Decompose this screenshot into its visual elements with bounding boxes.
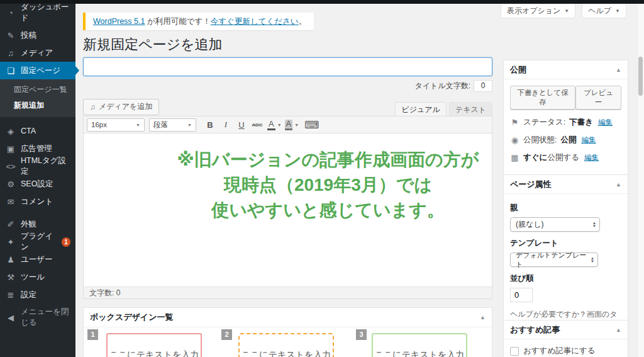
admin-sidebar: ◔ ダッシュボード ✎ 投稿 ♫ メディア ❏ 固定ページ 固定ページ一覧 新規… — [0, 4, 75, 357]
collapse-menu-icon: ◀ — [5, 313, 16, 322]
pages-icon: ❏ — [5, 66, 16, 76]
paragraph-format-select[interactable]: 段落 ▼ — [149, 118, 196, 132]
edit-visibility-link[interactable]: 編集 — [581, 135, 596, 145]
sidebar-item-label: 設定 — [21, 290, 36, 300]
help-button[interactable]: ヘルプ ▼ — [582, 4, 626, 18]
background-color-button[interactable]: A ▼ — [285, 120, 299, 130]
sidebar-item-appearance[interactable]: ✐ 外観 — [0, 215, 75, 233]
publish-panel-title: 公開 — [510, 64, 526, 76]
collapse-toggle-icon[interactable]: ▲ — [616, 67, 621, 73]
sidebar-item-pages-list[interactable]: 固定ページ一覧 — [0, 82, 75, 98]
html-tag-icon: <> — [5, 162, 16, 171]
sidebar-item-dashboard[interactable]: ◔ ダッシュボード — [0, 4, 75, 21]
font-size-select[interactable]: 16px ▼ — [87, 118, 145, 132]
strikethrough-button[interactable]: ABC — [250, 118, 264, 132]
save-draft-button[interactable]: 下書きとして保存 — [510, 86, 575, 110]
underline-button[interactable]: U — [235, 118, 248, 132]
tab-text[interactable]: テキスト — [449, 102, 492, 117]
sidebar-item-posts[interactable]: ✎ 投稿 — [0, 26, 75, 44]
help-label: ヘルプ — [588, 6, 611, 16]
content-editor: 16px ▼ 段落 ▼ B I U ABC A ▼ A ▼ ⌨ ※旧バージョンの… — [83, 116, 492, 299]
editor-content-area[interactable]: ※旧バージョンの記事作成画面の方が 現時点（2019年3月）では 使いやすいと感… — [84, 133, 492, 286]
page-scrollbar[interactable] — [637, 4, 644, 357]
collapse-toggle-icon[interactable]: ▲ — [616, 181, 621, 188]
editor-green-text: ※旧バージョンの記事作成画面の方が 現時点（2019年3月）では 使いやすいと感… — [164, 147, 492, 223]
calendar-icon: ▦ — [510, 153, 519, 162]
sidebar-item-settings[interactable]: ≣ 設定 — [0, 286, 75, 303]
sidebar-item-label: ダッシュボード — [21, 2, 70, 23]
featured-panel-header[interactable]: おすすめ記事 ▲ — [504, 320, 628, 339]
featured-checkbox[interactable] — [510, 347, 519, 356]
sidebar-item-label: ツール — [21, 272, 45, 283]
sidebar-item-html-tag[interactable]: <> HTMLタグ設定 — [0, 157, 75, 175]
sidebar-item-users[interactable]: ♟ ユーザー — [0, 251, 75, 268]
page-attributes-header[interactable]: ページ属性 ▲ — [504, 175, 628, 194]
eye-icon: ◉ — [510, 135, 519, 145]
box-number-badge: 3 — [356, 329, 367, 340]
post-title-input[interactable] — [83, 57, 492, 76]
design-box-2[interactable]: ここにテキストを入力 — [238, 333, 334, 357]
visibility-value: 公開 — [560, 135, 576, 145]
posts-icon: ✎ — [5, 31, 16, 40]
visibility-row: ◉ 公開状態: 公開 編集 — [510, 135, 621, 145]
box-design-panel-header[interactable]: ボックスデザイン一覧 ▲ — [84, 308, 492, 327]
edit-status-link[interactable]: 編集 — [598, 118, 613, 127]
preview-button[interactable]: プレビュー — [575, 86, 621, 110]
sidebar-item-collapse-menu[interactable]: ◀ メニューを閉じる — [0, 309, 75, 326]
sidebar-item-pages[interactable]: ❏ 固定ページ — [0, 62, 75, 79]
sidebar-item-plugins[interactable]: ✦ プラグイン 1 — [0, 233, 75, 251]
order-input[interactable] — [510, 288, 533, 302]
collapse-toggle-icon[interactable]: ▲ — [480, 314, 486, 320]
chevron-down-icon: ▼ — [294, 123, 299, 127]
parent-select[interactable]: (親なし) ▲▼ — [510, 217, 600, 232]
edit-schedule-link[interactable]: 編集 — [584, 153, 599, 162]
sidebar-item-seo[interactable]: ⚙ SEO設定 — [0, 175, 75, 193]
featured-panel-title: おすすめ記事 — [510, 324, 560, 336]
wordpress-version-link[interactable]: WordPress 5.1 — [93, 17, 145, 26]
italic-button[interactable]: I — [219, 118, 233, 132]
schedule-row: ▦ すぐに公開する 編集 — [510, 152, 621, 163]
chevron-down-icon: ▼ — [564, 8, 569, 14]
screen-meta-tabs: 表示オプション ▼ ヘルプ ▼ — [501, 4, 626, 18]
sidebar-item-add-new[interactable]: 新規追加 — [0, 98, 75, 113]
chevron-down-icon: ▼ — [277, 123, 282, 127]
collapse-toggle-icon[interactable]: ▲ — [616, 327, 621, 333]
update-now-link[interactable]: 今すぐ更新してください — [211, 17, 299, 26]
status-value: 下書き — [569, 117, 593, 128]
publish-panel-header[interactable]: 公開 ▲ — [504, 60, 628, 79]
schedule-rest: 公開する — [547, 153, 579, 162]
template-select-value: デフォルトテンプレート — [516, 251, 591, 269]
text-color-button[interactable]: A ▼ — [267, 120, 282, 130]
editor-toolbar: 16px ▼ 段落 ▼ B I U ABC A ▼ A ▼ ⌨ — [84, 116, 492, 133]
box-number-badge: 2 — [221, 329, 232, 340]
featured-post-panel: おすすめ記事 ▲ おすすめ記事にする — [503, 320, 628, 357]
sidebar-item-tools[interactable]: ⚒ ツール — [0, 268, 75, 286]
screen-options-button[interactable]: 表示オプション ▼ — [501, 4, 575, 18]
design-box-1[interactable]: ここにテキストを入力 — [106, 333, 202, 357]
media-icon: ♫ — [90, 103, 96, 111]
bold-button[interactable]: B — [203, 118, 217, 132]
sidebar-item-ads[interactable]: ▣ 広告管理 — [0, 140, 75, 157]
sidebar-item-label: 外観 — [21, 219, 36, 230]
sidebar-item-media[interactable]: ♫ メディア — [0, 44, 75, 62]
sidebar-item-label: ユーザー — [21, 254, 53, 265]
chevron-down-icon: ▼ — [615, 8, 620, 14]
tools-icon: ⚒ — [5, 273, 16, 282]
status-row: ⚑ ステータス: 下書き 編集 — [510, 117, 621, 128]
tab-visual[interactable]: ビジュアル — [395, 102, 446, 117]
sidebar-item-label: メディア — [21, 48, 53, 59]
pin-icon: ⚑ — [510, 118, 519, 127]
sidebar-item-comments[interactable]: ✉ コメント — [0, 193, 75, 210]
background-color-icon: A — [285, 120, 293, 130]
sidebar-item-cta[interactable]: ◈ CTA — [0, 122, 75, 140]
sidebar-item-label: CTA — [21, 127, 36, 135]
select-arrows-icon: ▲▼ — [591, 257, 594, 263]
cta-icon: ◈ — [5, 127, 16, 136]
ads-icon: ▣ — [5, 144, 16, 154]
template-select[interactable]: デフォルトテンプレート ▲▼ — [510, 252, 598, 267]
add-media-button[interactable]: ♫ メディアを追加 — [83, 99, 159, 115]
seo-gear-icon: ⚙ — [5, 179, 16, 189]
scrollbar-thumb[interactable] — [638, 57, 643, 96]
design-box-3[interactable]: ここにテキストを入力 — [372, 333, 467, 357]
keyboard-icon[interactable]: ⌨ — [304, 119, 319, 131]
